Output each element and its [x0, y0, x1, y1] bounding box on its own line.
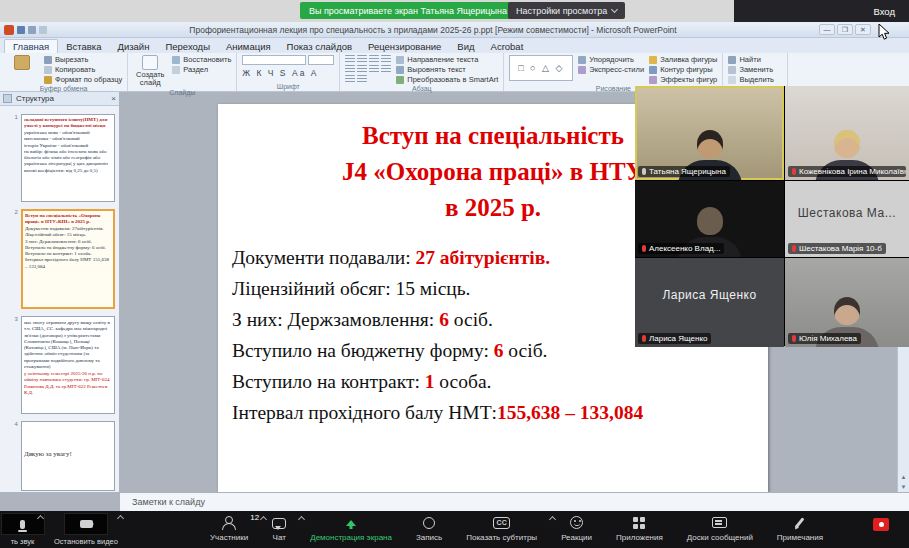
record-button[interactable]: Запись — [416, 515, 442, 542]
spacing-icon[interactable] — [381, 55, 391, 63]
tab-animation[interactable]: Анимация — [218, 40, 279, 53]
view-settings-button[interactable]: Настройки просмотра — [508, 2, 625, 19]
apps-button[interactable]: Приложения — [616, 515, 663, 542]
reactions-button[interactable]: Реакции — [561, 515, 592, 542]
font-style-buttons[interactable]: Ж К Ч S Аа А — [242, 68, 318, 78]
prev-slide-icon[interactable]: ▲ — [901, 472, 907, 482]
paragraph-group-label: Абзац — [345, 84, 498, 93]
notes-bar[interactable]: Заметки к слайду — [120, 492, 909, 511]
video-tile-yuliya[interactable]: Юлія Михалева — [785, 258, 909, 347]
select-icon — [728, 76, 736, 84]
restore-button[interactable]: Восстановить — [172, 55, 231, 64]
line-spacing-icon[interactable] — [357, 75, 367, 83]
format-painter-button[interactable]: Формат по образцу — [44, 75, 122, 84]
chevron-up-icon[interactable] — [549, 516, 556, 523]
participant-display-name: Лариса Ященко — [635, 288, 784, 302]
chevron-up-icon[interactable] — [260, 516, 267, 523]
chat-button[interactable]: Чат — [272, 515, 286, 542]
font-size-combo[interactable] — [308, 55, 334, 65]
numbering-icon[interactable] — [357, 55, 367, 63]
slide-thumbnail-2-selected[interactable]: Вступ на спеціальність «Охорона праці» в… — [21, 209, 115, 309]
minimize-button[interactable]: — — [819, 24, 835, 35]
powerpoint-icon — [4, 25, 14, 35]
cut-button[interactable]: Вырезать — [44, 55, 122, 64]
shape-effects-button[interactable]: Эффекты фигур — [649, 75, 717, 84]
shape-outline-button[interactable]: Контур фигуры — [649, 65, 717, 74]
chevron-up-icon[interactable] — [117, 515, 124, 522]
video-tile-shestakova[interactable]: Шестакова Ма... Шестакова Марія 10-б — [785, 181, 909, 257]
align-text-button[interactable]: Выровнять текст — [396, 65, 498, 74]
tab-transitions[interactable]: Переходы — [157, 40, 218, 53]
tab-home[interactable]: Главная — [4, 39, 58, 53]
tab-view[interactable]: Вид — [449, 40, 482, 53]
mouse-cursor — [878, 23, 890, 45]
quick-styles-button[interactable]: Экспресс-стили — [578, 65, 644, 74]
align-center-icon[interactable] — [357, 65, 367, 73]
quick-styles-icon — [578, 66, 586, 74]
slide-thumbnail-1[interactable]: складові вступного іспиту(НМТ) для участ… — [21, 114, 115, 202]
outline-tab[interactable]: Структура — [16, 94, 54, 103]
section-button[interactable]: Раздел — [172, 65, 231, 74]
columns-icon[interactable] — [345, 75, 355, 83]
save-icon[interactable] — [17, 26, 25, 34]
maximize-button[interactable]: ❐ — [837, 24, 853, 35]
participant-name-label: Алексеенко Влад... — [638, 243, 724, 254]
font-group: Ж К Ч S Аа А Шрифт — [237, 53, 340, 91]
next-slide-icon[interactable]: ▼ — [901, 482, 907, 492]
undo-icon[interactable] — [28, 26, 36, 34]
captions-button[interactable]: CC Показать субтитры — [466, 515, 537, 542]
slide-thumbnail-row: 4 Дякую за увагу! — [12, 421, 115, 491]
stop-video-button[interactable]: Остановить видео — [47, 513, 125, 546]
participants-count-badge: 12 — [250, 513, 259, 522]
shape-fill-button[interactable]: Заливка фигуры — [649, 55, 717, 64]
shape-outline-icon — [649, 66, 657, 74]
pane-close-icon[interactable]: × — [111, 95, 116, 103]
indent-icon[interactable] — [369, 55, 379, 63]
reactions-icon — [570, 516, 583, 529]
close-button[interactable]: ✕ — [855, 24, 871, 35]
participants-panel: Татьяна Ящерицына Кожевнікова Ірина Мико… — [635, 86, 909, 346]
slide-thumbnail-4[interactable]: Дякую за увагу! — [21, 421, 115, 491]
shapes-gallery[interactable]: □ ○ △ ◇ — [509, 55, 573, 81]
new-slide-button[interactable]: Создать слайд — [133, 55, 167, 88]
whiteboard-icon — [712, 517, 727, 528]
slide-thumbnail-3[interactable]: має змогу отримати другу вищу освіту в т… — [21, 316, 115, 414]
video-tile-larisa[interactable]: Лариса Ященко Лариса Ященко — [635, 258, 784, 347]
redo-icon[interactable] — [39, 26, 47, 34]
select-button[interactable]: Выделить — [728, 75, 774, 84]
clipboard-group-label: Буфер обмена — [5, 84, 122, 93]
tab-slideshow[interactable]: Показ слайдов — [279, 40, 360, 53]
align-text-icon — [396, 66, 404, 74]
share-screen-button[interactable]: Демонстрация экрана — [310, 515, 392, 542]
smartart-button[interactable]: Преобразовать в SmartArt — [396, 75, 498, 84]
video-tile-tatyana[interactable]: Татьяна Ящерицына — [635, 86, 784, 180]
slides-tab-icon[interactable] — [3, 94, 12, 103]
align-left-icon[interactable] — [345, 65, 355, 73]
whiteboards-button[interactable]: Доски сообщений — [687, 515, 753, 542]
annotations-button[interactable]: Примечания — [777, 515, 823, 542]
paste-button[interactable] — [5, 55, 39, 71]
participants-button[interactable]: 12 Участники — [210, 515, 248, 542]
font-name-combo[interactable] — [242, 55, 306, 65]
tab-design[interactable]: Дизайн — [109, 40, 157, 53]
tab-acrobat[interactable]: Acrobat — [483, 40, 532, 53]
align-right-icon[interactable] — [369, 65, 379, 73]
video-tile-kozhevnikova[interactable]: Кожевнікова Ірина Миколаївна — [785, 86, 909, 180]
participant-name-label: Юлія Михалева — [788, 333, 861, 344]
copy-button[interactable]: Копировать — [44, 65, 122, 74]
slides-pane: Структура × 1 складові вступного іспиту(… — [0, 92, 120, 492]
text-direction-button[interactable]: Направление текста — [396, 55, 498, 64]
video-tile-alekseenko[interactable]: Алексеенко Влад... — [635, 181, 784, 257]
chevron-up-icon[interactable] — [298, 516, 305, 523]
replace-button[interactable]: Заменить — [728, 65, 774, 74]
find-button[interactable]: Найти — [728, 55, 774, 64]
arrange-button[interactable]: Упорядочить — [578, 55, 644, 64]
mute-button[interactable]: ть звук — [0, 513, 45, 546]
alert-badge[interactable] — [873, 518, 889, 531]
slide-text-line: Інтервал прохідного балу НМТ:155,638 – 1… — [232, 397, 768, 428]
tab-review[interactable]: Рецензирование — [360, 40, 449, 53]
tab-insert[interactable]: Вставка — [58, 40, 109, 53]
justify-icon[interactable] — [381, 65, 391, 73]
bullets-icon[interactable] — [345, 55, 355, 63]
login-button[interactable]: Вход — [874, 6, 896, 17]
